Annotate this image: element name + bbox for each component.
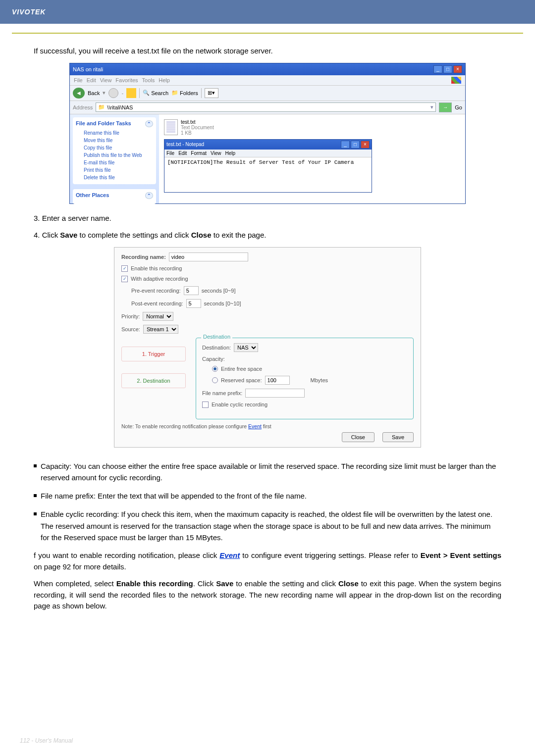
file-type: Text Document bbox=[181, 125, 214, 130]
event-link[interactable]: Event bbox=[248, 423, 262, 429]
prefix-label: File name prefix: bbox=[202, 390, 242, 396]
destination-legend: Destination bbox=[201, 334, 232, 340]
pre-event-input[interactable] bbox=[184, 286, 199, 295]
collapse-icon[interactable]: ⌃ bbox=[145, 120, 153, 127]
bullet-prefix: File name prefix: Enter the text that wi… bbox=[41, 490, 307, 502]
tasks-title: File and Folder Tasks bbox=[76, 120, 131, 127]
text-file-icon bbox=[164, 119, 178, 135]
forward-button[interactable] bbox=[108, 88, 118, 98]
brand: VIVOTEK bbox=[12, 8, 46, 16]
bullet-cyclic: Enable cyclic recording: If you check th… bbox=[41, 508, 501, 543]
enable-recording-checkbox[interactable]: ✓ bbox=[121, 265, 128, 272]
entire-label: Entire free space bbox=[221, 366, 262, 372]
cyclic-label: Enable cyclic recording bbox=[212, 402, 268, 407]
save-button[interactable]: Save bbox=[382, 432, 414, 442]
page-footer: 112 - User's Manual bbox=[20, 737, 73, 744]
up-button[interactable] bbox=[126, 88, 136, 98]
publish-file[interactable]: Publish this file to the Web bbox=[76, 151, 153, 159]
bullet-capacity: Capacity: You can choose either the enti… bbox=[41, 460, 501, 484]
source-select[interactable]: Stream 1 bbox=[143, 325, 178, 334]
maximize-button[interactable]: □ bbox=[443, 65, 452, 73]
windows-flag-icon bbox=[451, 77, 461, 84]
step4: 4. Click Save to complete the settings a… bbox=[34, 230, 501, 241]
minimize-button[interactable]: _ bbox=[433, 65, 442, 73]
recording-settings-panel: Recording name: ✓ Enable this recording … bbox=[114, 247, 421, 448]
window-title: NAS on ritali bbox=[73, 66, 103, 72]
capacity-label: Capacity: bbox=[202, 356, 225, 362]
bullet-icon bbox=[34, 494, 37, 497]
delete-file[interactable]: Delete this file bbox=[76, 174, 153, 181]
close-button[interactable]: × bbox=[453, 65, 462, 73]
notepad-window: test.txt - Notepad _ □ × FileEditFormatV… bbox=[164, 139, 372, 193]
intro-text: If successful, you will receive a test.t… bbox=[34, 46, 501, 57]
bullet-icon bbox=[34, 464, 37, 467]
email-file[interactable]: E-mail this file bbox=[76, 159, 153, 166]
event-link[interactable]: Event bbox=[219, 551, 240, 559]
adaptive-checkbox[interactable]: ✓ bbox=[121, 276, 128, 282]
recording-name-input[interactable] bbox=[169, 252, 248, 261]
step3: 3. Enter a server name. bbox=[34, 213, 501, 224]
notepad-title: test.txt - Notepad bbox=[166, 142, 204, 147]
priority-label: Priority: bbox=[121, 313, 140, 319]
copy-file[interactable]: Copy this file bbox=[76, 144, 153, 151]
explorer-window: NAS on ritali _ □ × FileEditViewFavorite… bbox=[69, 63, 466, 204]
go-label: Go bbox=[455, 104, 462, 110]
notepad-menu[interactable]: FileEditFormatViewHelp bbox=[164, 150, 372, 157]
pre-event-label: Pre-event recording: bbox=[131, 288, 181, 294]
post-event-hint: seconds [0~10] bbox=[204, 301, 241, 306]
go-button[interactable]: → bbox=[439, 102, 452, 112]
post-event-label: Post-event recording: bbox=[131, 301, 183, 306]
address-input[interactable]: 📁 \\ritali\NAS ▾ bbox=[96, 102, 436, 112]
after-para-2: When completed, select Enable this recor… bbox=[34, 578, 501, 612]
close-button[interactable]: × bbox=[361, 141, 370, 149]
bullet-icon bbox=[34, 512, 37, 515]
step-trigger[interactable]: 1. Trigger bbox=[121, 347, 186, 361]
priority-select[interactable]: Normal bbox=[143, 312, 173, 321]
prefix-input[interactable] bbox=[245, 389, 305, 398]
after-para-1: f you want to enable recording notificat… bbox=[34, 550, 501, 572]
file-size: 1 KB bbox=[181, 130, 214, 136]
note-text: Note: To enable recording notification p… bbox=[121, 423, 248, 429]
adaptive-label: With adaptive recording bbox=[131, 276, 188, 282]
pre-event-hint: seconds [0~9] bbox=[202, 288, 236, 294]
rename-file[interactable]: Rename this file bbox=[76, 129, 153, 137]
post-event-input[interactable] bbox=[186, 299, 201, 308]
source-label: Source: bbox=[121, 326, 140, 332]
menu-bar[interactable]: FileEditViewFavoritesToolsHelp bbox=[74, 77, 174, 83]
file-name: test.txt bbox=[181, 119, 214, 125]
minimize-button[interactable]: _ bbox=[341, 141, 350, 149]
destination-label: Destination: bbox=[202, 345, 231, 351]
notepad-body: [NOTIFICATION]The Result of Server Test … bbox=[164, 157, 372, 192]
folder-icon: 📁 bbox=[98, 104, 105, 110]
destination-select[interactable]: NAS bbox=[234, 343, 258, 352]
reserved-radio[interactable] bbox=[212, 377, 218, 383]
step-destination[interactable]: 2. Destination bbox=[121, 373, 186, 388]
views-button[interactable]: ⊞▾ bbox=[205, 88, 218, 98]
print-file[interactable]: Print this file bbox=[76, 166, 153, 174]
recording-name-label: Recording name: bbox=[121, 254, 166, 260]
mbytes-label: Mbytes bbox=[311, 377, 328, 383]
maximize-button[interactable]: □ bbox=[351, 141, 360, 149]
cyclic-checkbox[interactable] bbox=[202, 402, 209, 408]
move-file[interactable]: Move this file bbox=[76, 137, 153, 144]
address-label: Address bbox=[73, 104, 93, 110]
other-places-title: Other Places bbox=[76, 192, 109, 199]
entire-radio[interactable] bbox=[212, 366, 218, 372]
search-icon: 🔍 bbox=[143, 90, 150, 96]
back-button[interactable]: ◄ bbox=[73, 88, 85, 99]
folder-icon: 📁 bbox=[171, 90, 178, 96]
folders-button[interactable]: 📁Folders bbox=[171, 90, 198, 96]
reserved-input[interactable] bbox=[265, 376, 290, 385]
collapse-icon[interactable]: ⌃ bbox=[145, 192, 153, 199]
back-label: Back bbox=[88, 90, 100, 96]
close-button[interactable]: Close bbox=[342, 432, 374, 442]
reserved-label: Reserved space: bbox=[221, 377, 262, 383]
enable-label: Enable this recording bbox=[131, 265, 182, 271]
search-button[interactable]: 🔍Search bbox=[143, 90, 168, 96]
file-item[interactable]: test.txt Text Document 1 KB bbox=[164, 119, 460, 136]
